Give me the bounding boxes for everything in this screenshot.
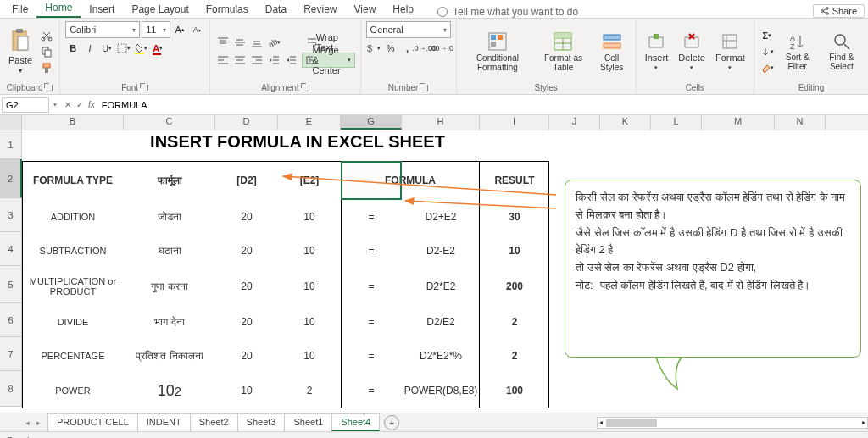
col-header-L[interactable]: L xyxy=(651,115,702,130)
row-header-3[interactable]: 3 xyxy=(0,198,22,232)
row-header-4[interactable]: 4 xyxy=(0,232,22,266)
row-header-6[interactable]: 6 xyxy=(0,303,22,337)
orientation-button[interactable]: ab▾ xyxy=(266,35,281,50)
conditional-formatting-button[interactable]: Conditional Formatting xyxy=(462,30,534,74)
col-header-D[interactable]: D xyxy=(215,115,278,130)
col-header-J[interactable]: J xyxy=(549,115,600,130)
copy-button[interactable] xyxy=(39,44,54,59)
align-top-button[interactable] xyxy=(215,35,231,50)
tab-formulas[interactable]: Formulas xyxy=(198,1,257,18)
select-all-corner[interactable] xyxy=(0,115,22,130)
insert-cells-button[interactable]: Insert▾ xyxy=(642,30,672,73)
sheet-tab-INDENT[interactable]: INDENT xyxy=(137,413,191,431)
row-header-8[interactable]: 8 xyxy=(0,371,22,407)
row-header-1[interactable]: 1 xyxy=(0,130,22,159)
col-header-I[interactable]: I xyxy=(480,115,549,130)
cancel-formula-button[interactable]: ✕ xyxy=(64,100,71,109)
font-color-button[interactable]: A▾ xyxy=(150,41,165,56)
new-sheet-button[interactable]: + xyxy=(384,415,399,430)
paste-button[interactable]: Paste ▾ xyxy=(5,26,36,76)
tab-file[interactable]: File xyxy=(3,1,36,18)
number-launcher[interactable] xyxy=(421,85,428,91)
col-header-E[interactable]: E xyxy=(278,115,341,130)
align-right-button[interactable] xyxy=(249,53,264,68)
font-launcher[interactable] xyxy=(142,85,148,91)
increase-font-button[interactable]: A▴ xyxy=(172,22,187,37)
row-header-2[interactable]: 2 xyxy=(0,159,22,198)
col-header-B[interactable]: B xyxy=(22,115,124,130)
decrease-indent-button[interactable] xyxy=(266,53,281,68)
decrease-decimal-button[interactable]: .00→.0 xyxy=(434,41,449,56)
delete-cells-button[interactable]: Delete▾ xyxy=(675,30,709,73)
clear-button[interactable]: ▾ xyxy=(760,60,775,75)
tab-nav-first[interactable]: ◂ xyxy=(25,419,30,427)
col-header-C[interactable]: C xyxy=(124,115,215,130)
svg-rect-45 xyxy=(491,42,496,47)
fx-button[interactable]: fx xyxy=(88,100,95,109)
name-box[interactable] xyxy=(2,97,49,113)
row-header-5[interactable]: 5 xyxy=(0,266,22,303)
horizontal-scrollbar[interactable]: ◂▸ xyxy=(597,417,868,429)
svg-rect-56 xyxy=(723,35,737,48)
clipboard-launcher[interactable] xyxy=(46,85,53,91)
merge-center-button[interactable]: Merge & Center ▾ xyxy=(302,53,354,68)
number-format-combo[interactable]: General▾ xyxy=(366,21,451,38)
align-bottom-button[interactable] xyxy=(249,35,264,50)
share-icon xyxy=(821,7,829,15)
sheet-tab-Sheet3[interactable]: Sheet3 xyxy=(237,413,286,431)
format-cells-button[interactable]: Format▾ xyxy=(712,30,748,73)
enter-formula-button[interactable]: ✓ xyxy=(76,100,83,109)
underline-button[interactable]: U ▾ xyxy=(99,41,114,56)
increase-indent-button[interactable] xyxy=(283,53,298,68)
svg-rect-11 xyxy=(45,68,48,73)
row-header-7[interactable]: 7 xyxy=(0,337,22,371)
tell-me[interactable]: Tell me what you want to do xyxy=(437,6,578,18)
bold-button[interactable]: B xyxy=(65,41,81,56)
sort-filter-button[interactable]: AZSort & Filter xyxy=(778,30,817,73)
col-header-K[interactable]: K xyxy=(600,115,651,130)
svg-text:Z: Z xyxy=(790,42,795,51)
tab-help[interactable]: Help xyxy=(384,1,422,18)
col-header-H[interactable]: H xyxy=(402,115,480,130)
sheet-tab-Sheet4[interactable]: Sheet4 xyxy=(331,413,380,431)
tab-data[interactable]: Data xyxy=(257,1,295,18)
tab-home[interactable]: Home xyxy=(36,0,81,18)
fill-button[interactable]: ▾ xyxy=(760,44,775,59)
spreadsheet-grid[interactable]: BCDEGHIJKLMN 12345678 INSERT FORMULA IN … xyxy=(0,115,868,413)
tab-view[interactable]: View xyxy=(346,1,385,18)
tab-review[interactable]: Review xyxy=(295,1,345,18)
border-button[interactable]: ▾ xyxy=(116,41,131,56)
tab-pagelayout[interactable]: Page Layout xyxy=(123,1,197,18)
accounting-button[interactable]: $▾ xyxy=(366,41,381,56)
percent-button[interactable]: % xyxy=(383,41,398,56)
tab-nav-last[interactable]: ▸ xyxy=(36,419,41,427)
sheet-tab-PRODUCT CELL[interactable]: PRODUCT CELL xyxy=(47,413,138,431)
cut-button[interactable] xyxy=(39,28,54,43)
fill-color-button[interactable]: ▾ xyxy=(133,41,148,56)
format-as-table-button[interactable]: Format as Table xyxy=(537,30,589,74)
share-button[interactable]: Share xyxy=(813,4,865,18)
sheet-tab-Sheet2[interactable]: Sheet2 xyxy=(190,413,238,431)
alignment-launcher[interactable] xyxy=(303,85,309,91)
col-header-N[interactable]: N xyxy=(775,115,826,130)
font-size-combo[interactable]: 11▾ xyxy=(142,21,170,38)
cell-styles-button[interactable]: Cell Styles xyxy=(593,30,631,74)
svg-rect-54 xyxy=(654,34,659,39)
italic-button[interactable]: I xyxy=(82,41,97,56)
sheet-tabs: ◂ ▸ PRODUCT CELLINDENTSheet2Sheet3Sheet1… xyxy=(0,413,868,431)
decrease-font-button[interactable]: A▾ xyxy=(189,22,204,37)
col-header-G[interactable]: G xyxy=(341,115,402,130)
sheet-tab-Sheet1[interactable]: Sheet1 xyxy=(284,413,332,431)
align-left-button[interactable] xyxy=(215,53,231,68)
eraser-icon xyxy=(760,63,771,73)
font-name-combo[interactable]: Calibri▾ xyxy=(65,21,140,38)
col-header-M[interactable]: M xyxy=(702,115,775,130)
chevron-down-icon[interactable]: ▾ xyxy=(51,101,59,108)
tab-insert[interactable]: Insert xyxy=(81,1,123,18)
align-center-button[interactable] xyxy=(232,53,248,68)
align-middle-button[interactable] xyxy=(232,35,248,50)
format-painter-button[interactable] xyxy=(39,60,54,75)
find-select-button[interactable]: Find & Select xyxy=(821,30,863,73)
autosum-button[interactable]: Σ ▾ xyxy=(760,28,775,43)
formula-input[interactable] xyxy=(100,98,868,112)
